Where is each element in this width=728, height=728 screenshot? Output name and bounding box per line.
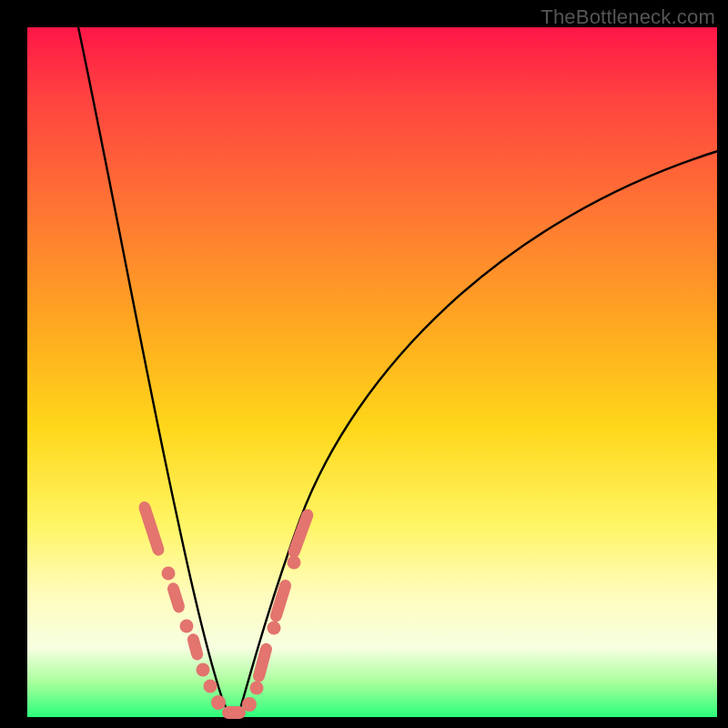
marker-left-dot-1	[162, 567, 176, 581]
marker-right-dot-1	[250, 682, 264, 695]
plot-area	[27, 27, 717, 717]
marker-left-seg-2	[166, 581, 186, 614]
curve-layer	[27, 27, 717, 717]
marker-left-dot-3	[197, 663, 210, 677]
marker-bottom-seg	[222, 706, 246, 719]
marker-left-seg-3	[186, 632, 204, 662]
marker-left-seg-1	[137, 500, 167, 557]
chart-frame: TheBottleneck.com	[0, 0, 728, 728]
marker-bottom-dot-2	[242, 697, 257, 712]
curve-right-branch	[238, 150, 721, 715]
marker-bottom-dot-1	[211, 695, 226, 710]
watermark-text: TheBottleneck.com	[541, 5, 715, 29]
marker-left-dot-4	[204, 680, 217, 693]
marker-right-dot-2	[268, 622, 281, 635]
marker-right-seg-1	[252, 642, 274, 683]
curve-left-branch	[77, 23, 229, 715]
marker-left-dot-2	[180, 620, 194, 633]
